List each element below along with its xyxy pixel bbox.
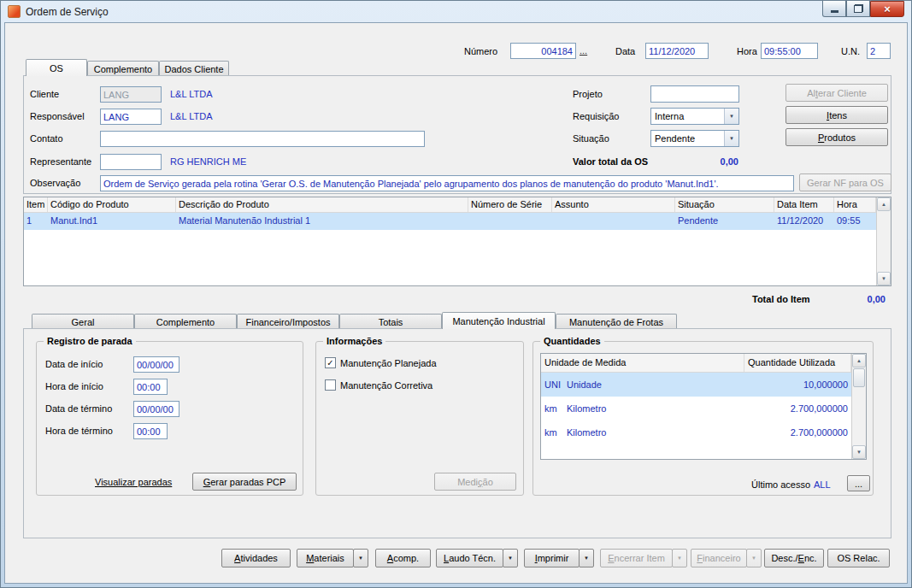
laudo-tecn-button[interactable]: Laudo Técn. bbox=[436, 549, 503, 567]
data-input[interactable] bbox=[645, 43, 709, 59]
tab-manutencao-industrial[interactable]: Manutenção Industrial bbox=[442, 312, 556, 329]
col-assunto[interactable]: Assunto bbox=[552, 197, 675, 212]
numero-input[interactable] bbox=[510, 43, 576, 59]
unidade-sigla: km bbox=[544, 427, 567, 438]
scrollbar-thumb[interactable] bbox=[853, 368, 865, 387]
close-button[interactable]: × bbox=[870, 1, 904, 17]
observacao-input[interactable] bbox=[100, 175, 794, 191]
cell-assunto bbox=[552, 213, 675, 230]
scrollbar-track[interactable] bbox=[877, 211, 891, 272]
total-item-label: Total do Item bbox=[752, 294, 810, 305]
hora-termino-input[interactable] bbox=[133, 423, 168, 439]
cell-data-item: 11/12/2020 bbox=[774, 213, 834, 230]
quantidades-group: Quantidades Unidade de Medida Quantidade… bbox=[532, 341, 874, 496]
data-termino-input[interactable] bbox=[133, 401, 179, 417]
close-icon: × bbox=[884, 3, 891, 15]
col-item[interactable]: Item bbox=[24, 197, 48, 212]
alterar-cliente-button: Alterar Cliente bbox=[785, 84, 888, 102]
ultimo-acesso-value: ALL bbox=[814, 479, 831, 491]
col-serie[interactable]: Número de Série bbox=[468, 197, 552, 212]
tab-totais[interactable]: Totais bbox=[339, 314, 442, 329]
restore-button[interactable] bbox=[846, 1, 870, 17]
tab-os[interactable]: OS bbox=[26, 59, 87, 76]
un-label: U.N. bbox=[841, 46, 860, 57]
grid-row[interactable]: 1 Manut.Ind1 Material Manutenão Industri… bbox=[24, 213, 891, 230]
tab-geral[interactable]: Geral bbox=[32, 314, 134, 329]
manutencao-corretiva-checkbox[interactable] bbox=[325, 379, 336, 391]
tab-manutencao-frotas[interactable]: Manutenção de Frotas bbox=[556, 314, 677, 329]
hora-inicio-input[interactable] bbox=[133, 379, 168, 395]
app-icon bbox=[8, 5, 21, 18]
representante-label: Representante bbox=[30, 156, 91, 168]
titlebar[interactable]: Ordem de Serviço bbox=[1, 1, 911, 22]
cell-descricao: Material Manutenão Industrial 1 bbox=[176, 213, 468, 230]
minimize-button[interactable] bbox=[822, 1, 846, 17]
col-descricao[interactable]: Descrição do Produto bbox=[176, 197, 468, 212]
unidade-sigla: km bbox=[544, 403, 567, 414]
quantidade-row[interactable]: km Kilometro 2.700,000000 bbox=[541, 420, 851, 444]
unidade-nome: Unidade bbox=[567, 379, 720, 390]
col-unidade-medida[interactable]: Unidade de Medida bbox=[541, 354, 744, 372]
materiais-dropdown-icon[interactable]: ▼ bbox=[353, 549, 368, 567]
scroll-down-icon[interactable]: ▼ bbox=[877, 272, 891, 285]
manutencao-planejada-checkbox[interactable]: ✓ bbox=[325, 357, 336, 368]
data-label: Data bbox=[615, 46, 635, 57]
chevron-down-icon: ▼ bbox=[724, 131, 738, 146]
acomp-button[interactable]: Acomp. bbox=[375, 549, 431, 567]
hora-input[interactable] bbox=[761, 43, 818, 59]
atividades-button[interactable]: Atividades bbox=[221, 549, 291, 567]
tab-complemento-2[interactable]: Complemento bbox=[134, 314, 237, 329]
ultimo-acesso-browse-button[interactable]: ... bbox=[847, 475, 870, 491]
projeto-input[interactable] bbox=[650, 85, 739, 103]
requisicao-label: Requisição bbox=[573, 111, 619, 122]
contato-input[interactable] bbox=[100, 131, 425, 147]
responsavel-label: Responsável bbox=[30, 111, 85, 122]
valor-total-label: Valor total da OS bbox=[573, 156, 648, 168]
col-situacao[interactable]: Situação bbox=[675, 197, 774, 212]
situacao-value: Pendente bbox=[651, 131, 724, 146]
quantidades-title: Quantidades bbox=[540, 336, 604, 347]
numero-browse-button[interactable]: ... bbox=[580, 45, 587, 56]
col-data-item[interactable]: Data Item bbox=[774, 197, 834, 212]
gerar-paradas-pcp-button[interactable]: Gerar paradas PCP bbox=[192, 473, 297, 491]
responsavel-input[interactable] bbox=[100, 109, 162, 125]
laudo-tecn-dropdown-icon[interactable]: ▼ bbox=[503, 549, 518, 567]
data-inicio-input[interactable] bbox=[133, 356, 179, 373]
tab-financeiro-impostos[interactable]: Financeiro/Impostos bbox=[237, 314, 339, 329]
grid-scrollbar[interactable]: ▲ ▼ bbox=[876, 197, 891, 285]
restore-icon bbox=[854, 4, 863, 13]
window-body: Número ... Data Hora U.N. OS Complemento… bbox=[4, 22, 908, 584]
projeto-label: Projeto bbox=[573, 89, 603, 100]
materiais-button[interactable]: Materiais bbox=[297, 549, 354, 567]
col-codigo[interactable]: Código do Produto bbox=[48, 197, 176, 212]
desc-enc-button[interactable]: Desc./Enc. bbox=[764, 549, 824, 567]
unidade-sigla: UNI bbox=[544, 379, 567, 390]
quantidades-scrollbar[interactable]: ▲ ▼ bbox=[851, 354, 866, 459]
hora-inicio-label: Hora de início bbox=[45, 381, 103, 392]
hora-label: Hora bbox=[737, 46, 757, 57]
representante-input[interactable] bbox=[100, 154, 162, 170]
un-input[interactable] bbox=[867, 43, 891, 59]
quantidade-row[interactable]: UNI Unidade 10,000000 bbox=[541, 373, 851, 397]
os-relac-button[interactable]: OS Relac. bbox=[827, 549, 890, 567]
imprimir-button[interactable]: Imprimir bbox=[524, 549, 580, 567]
visualizar-paradas-link[interactable]: Visualizar paradas bbox=[95, 477, 172, 487]
produtos-button[interactable]: Produtos bbox=[785, 128, 888, 146]
tab-complemento[interactable]: Complemento bbox=[87, 61, 159, 76]
scroll-up-icon[interactable]: ▲ bbox=[877, 197, 891, 211]
scroll-up-icon[interactable]: ▲ bbox=[852, 354, 866, 368]
col-quantidade-utilizada[interactable]: Quantidade Utilizada bbox=[744, 354, 851, 372]
scrollbar-track[interactable] bbox=[852, 388, 866, 445]
scroll-down-icon[interactable]: ▼ bbox=[852, 445, 866, 459]
cliente-label: Cliente bbox=[30, 89, 59, 100]
col-hora[interactable]: Hora bbox=[834, 197, 876, 212]
requisicao-select[interactable]: Interna ▼ bbox=[650, 108, 739, 125]
situacao-select[interactable]: Pendente ▼ bbox=[650, 130, 739, 147]
itens-button[interactable]: Itens bbox=[785, 106, 888, 124]
observacao-label: Observação bbox=[30, 178, 80, 189]
ultimo-acesso-label: Último acesso bbox=[751, 479, 810, 491]
quantidade-row[interactable]: km Kilometro 2.700,000000 bbox=[541, 397, 851, 420]
imprimir-dropdown-icon[interactable]: ▼ bbox=[579, 549, 594, 567]
cell-item: 1 bbox=[24, 213, 48, 230]
tab-dados-cliente[interactable]: Dados Cliente bbox=[159, 61, 229, 76]
